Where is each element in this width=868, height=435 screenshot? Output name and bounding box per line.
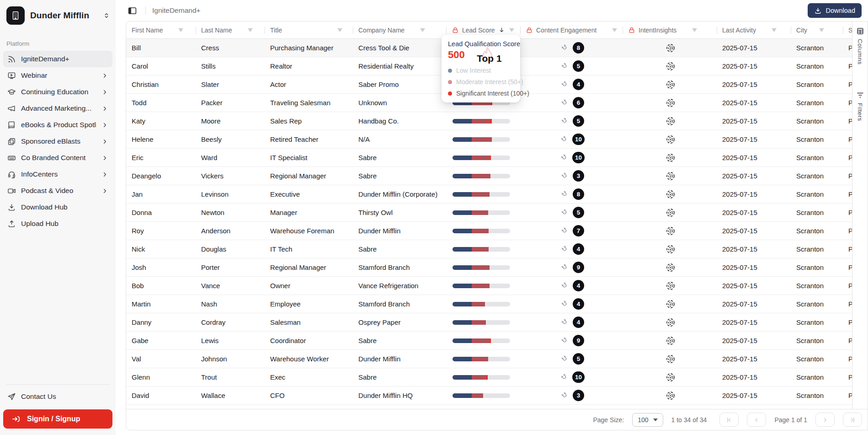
filter-icon[interactable] xyxy=(611,27,618,33)
column-header-company-name[interactable]: Company Name xyxy=(353,21,446,38)
filter-icon[interactable] xyxy=(177,27,184,33)
filter-icon[interactable] xyxy=(336,27,343,33)
sidebar-item-podcast-video[interactable]: Podcast & Video xyxy=(3,183,112,199)
cell-content-engagement: 4 xyxy=(520,295,623,313)
sidebar-item-continuing-education[interactable]: Continuing Education xyxy=(3,84,112,100)
first-page-button[interactable] xyxy=(719,413,739,427)
divider xyxy=(145,6,146,15)
tab-filters[interactable]: Filters xyxy=(856,91,864,121)
cell-lead-score[interactable] xyxy=(446,350,520,368)
org-switcher[interactable]: Dunder Mifflin xyxy=(0,0,116,29)
table-row[interactable]: Roy Anderson Warehouse Foreman Dunder Mi… xyxy=(126,222,852,240)
table-row[interactable]: David Wallace CFO Dunder Mifflin HQ 3 xyxy=(126,387,852,405)
filter-icon[interactable] xyxy=(419,27,426,33)
download-button[interactable]: Download xyxy=(808,3,862,18)
table-row[interactable]: Deangelo Vickers Regional Manager Sabre … xyxy=(126,167,852,185)
cell-last-name: Beesly xyxy=(196,130,265,148)
table-row[interactable]: Jan Levinson Executive Dunder Mifflin (C… xyxy=(126,185,852,204)
cell-lead-score[interactable] xyxy=(446,112,520,130)
column-header-title[interactable]: Title xyxy=(265,21,353,38)
filter-icon[interactable] xyxy=(508,27,515,33)
cell-title: Sales Rep xyxy=(265,112,353,130)
cell-city: Scranton xyxy=(791,277,843,295)
cell-last-activity: 2025-07-15 xyxy=(717,57,791,75)
cell-lead-score[interactable] xyxy=(446,258,520,276)
tab-columns[interactable]: Columns xyxy=(856,27,864,64)
cell-lead-score[interactable] xyxy=(446,387,520,404)
sidebar-item-sponsored-eblasts[interactable]: Sponsored eBlasts xyxy=(3,133,112,150)
filter-icon[interactable] xyxy=(818,27,825,33)
cell-lead-score[interactable] xyxy=(446,130,520,148)
table-row[interactable]: Danny Cordray Salesman Osprey Paper 4 xyxy=(126,313,852,332)
column-header-state[interactable]: S xyxy=(843,21,852,38)
sidebar-item-label: Upload Hub xyxy=(21,220,108,228)
columns-grid-icon xyxy=(856,27,864,35)
previous-page-button[interactable] xyxy=(747,413,766,427)
table-row[interactable]: Josh Porter Regional Manager Stamford Br… xyxy=(126,258,852,277)
lead-score-bar xyxy=(453,247,510,252)
sidebar-item-infocenters[interactable]: InfoCenters xyxy=(3,166,112,183)
cell-state: P xyxy=(843,167,852,185)
engagement-count-badge: 3 xyxy=(573,390,584,401)
cell-company-name: Sabre xyxy=(353,240,446,258)
sidebar-item-webinar[interactable]: Webinar xyxy=(3,67,112,84)
column-header-intentinsights[interactable]: IntentInsights xyxy=(623,21,717,38)
cell-lead-score[interactable] xyxy=(446,332,520,349)
table-row[interactable]: Nick Douglas IT Tech Sabre 4 2 xyxy=(126,240,852,258)
cell-lead-score[interactable] xyxy=(446,368,520,386)
sidebar-item-cobranded-content[interactable]: Co Branded Content xyxy=(3,150,112,166)
filter-icon[interactable] xyxy=(691,27,698,33)
table-row[interactable]: Glenn Trout Exec Sabre 10 2025 xyxy=(126,368,852,387)
table-row[interactable]: Bob Vance Owner Vance Refrigeration 4 xyxy=(126,277,852,295)
cell-last-name: Douglas xyxy=(196,240,265,258)
signin-button[interactable]: Signin / Signup xyxy=(3,409,112,429)
column-header-city[interactable]: City xyxy=(791,21,843,38)
column-header-first-name[interactable]: First Name xyxy=(126,21,196,38)
cell-lead-score[interactable] xyxy=(446,204,520,221)
table-row[interactable]: Martin Nash Employee Stamford Branch 4 xyxy=(126,295,852,313)
cell-lead-score[interactable] xyxy=(446,185,520,203)
cell-lead-score[interactable] xyxy=(446,222,520,240)
column-header-last-name[interactable]: Last Name xyxy=(196,21,265,38)
sidebar-item-advanced-marketing[interactable]: Advanced Marketing... xyxy=(3,100,112,117)
cell-last-activity: 2025-07-15 xyxy=(717,222,791,240)
cell-content-engagement: 10 xyxy=(520,368,623,386)
table-row[interactable]: Eric Ward IT Specialist Sabre 10 xyxy=(126,149,852,167)
sidebar-item-ignitedemand[interactable]: IgniteDemand+ xyxy=(3,51,112,67)
next-page-button[interactable] xyxy=(815,413,835,427)
sidebar-item-label: Podcast & Video xyxy=(21,187,96,195)
sidebar-item-upload-hub[interactable]: Upload Hub xyxy=(3,215,112,232)
column-header-last-activity[interactable]: Last Activity xyxy=(717,21,791,38)
cell-lead-score[interactable] xyxy=(446,149,520,166)
cell-intentinsights xyxy=(623,130,717,148)
last-page-button[interactable] xyxy=(843,413,862,427)
sidebar-item-download-hub[interactable]: Download Hub xyxy=(3,199,112,215)
page-size-select[interactable]: 100 xyxy=(632,413,663,427)
radar-target-icon xyxy=(666,116,676,126)
table-row[interactable]: Helene Beesly Retired Teacher N/A 10 xyxy=(126,130,852,149)
sidebar-item-ebooks[interactable]: eBooks & Product Spotlights xyxy=(3,117,112,133)
filter-icon[interactable] xyxy=(247,27,254,33)
lead-score-bar xyxy=(453,156,510,160)
chevron-right-icon xyxy=(101,188,108,194)
cell-lead-score[interactable] xyxy=(446,277,520,295)
cell-last-name: Packer xyxy=(196,94,265,112)
radar-target-icon xyxy=(666,61,676,71)
cell-lead-score[interactable] xyxy=(446,167,520,185)
table-row[interactable]: Val Johnson Warehouse Worker Dunder Miff… xyxy=(126,350,852,368)
table-row[interactable]: Katy Moore Sales Rep Handbag Co. 5 xyxy=(126,112,852,130)
table-row[interactable]: Donna Newton Manager Thirsty Owl 5 xyxy=(126,204,852,222)
column-header-content-engagement[interactable]: Content Engagement xyxy=(520,21,623,38)
lock-icon xyxy=(628,27,635,34)
lead-score-bar xyxy=(453,229,510,233)
filter-icon[interactable] xyxy=(771,27,777,33)
cell-state: P xyxy=(843,258,852,276)
cell-lead-score[interactable] xyxy=(446,313,520,331)
contact-us-link[interactable]: Contact Us xyxy=(3,388,112,405)
cell-lead-score[interactable] xyxy=(446,240,520,258)
engagement-count-badge: 8 xyxy=(573,42,584,54)
table-row[interactable]: Gabe Lewis Coordinator Sabre 9 xyxy=(126,332,852,350)
sidebar-toggle-button[interactable] xyxy=(126,4,139,17)
magnet-icon xyxy=(560,43,570,53)
cell-lead-score[interactable] xyxy=(446,295,520,313)
